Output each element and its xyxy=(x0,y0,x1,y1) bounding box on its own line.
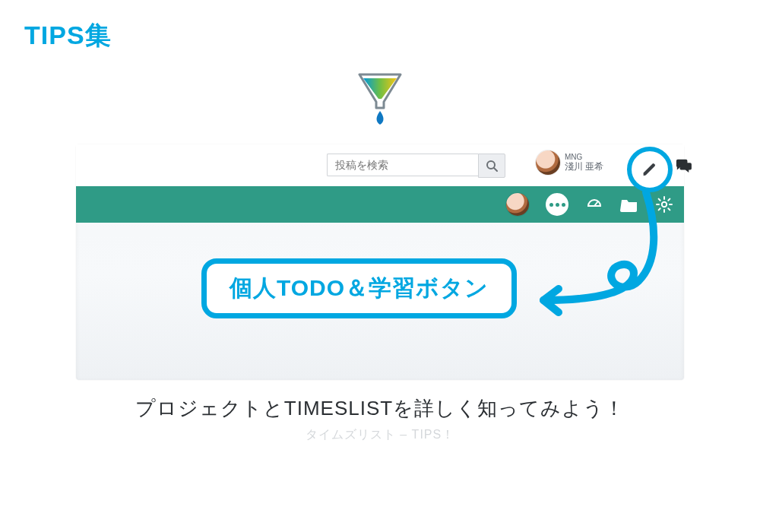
current-user[interactable]: MNG 淺川 亜希 xyxy=(536,150,603,175)
search-icon xyxy=(486,160,498,172)
search-input[interactable] xyxy=(327,154,478,176)
caption: プロジェクトとTIMESLISTを詳しく知ってみよう！ xyxy=(0,395,760,422)
chat-icon[interactable] xyxy=(675,158,692,176)
funnel-droplet-logo xyxy=(356,70,404,132)
callout-arrow xyxy=(498,186,673,319)
user-avatar xyxy=(536,150,560,175)
personal-todo-button-highlight xyxy=(627,147,673,192)
user-name: 淺川 亜希 xyxy=(565,162,603,172)
search-button[interactable] xyxy=(478,154,505,178)
search-box[interactable] xyxy=(327,154,505,176)
svg-line-1 xyxy=(494,168,497,171)
user-label: MNG 淺川 亜希 xyxy=(565,154,603,171)
page-title: TIPS集 xyxy=(24,18,112,53)
callout-label: 個人TODO＆学習ボタン xyxy=(201,258,517,318)
page-root: TIPS集 xyxy=(0,0,760,532)
pencil-icon[interactable] xyxy=(641,161,658,178)
subcaption: タイムズリスト – TIPS！ xyxy=(0,427,760,443)
app-screenshot: MNG 淺川 亜希 xyxy=(76,144,684,380)
app-topbar: MNG 淺川 亜希 xyxy=(76,144,684,186)
